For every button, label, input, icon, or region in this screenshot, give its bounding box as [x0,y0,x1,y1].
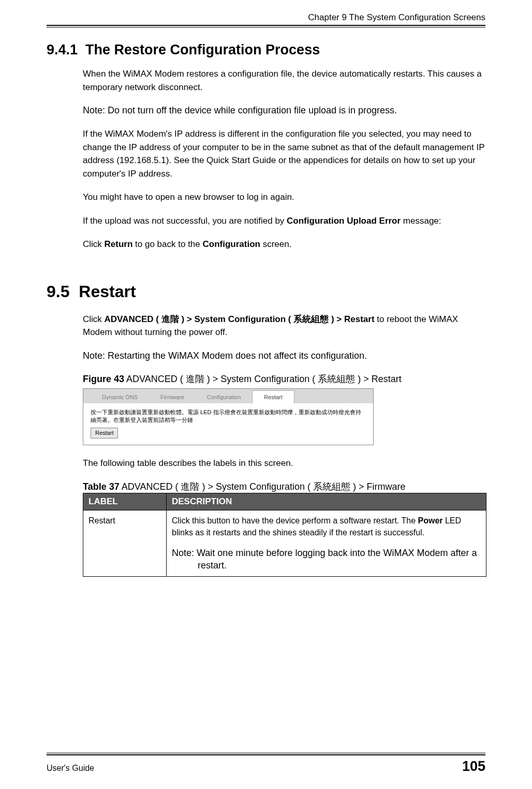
table-cell-label: Restart [83,510,167,576]
bold-text: Configuration Upload Error [287,216,401,226]
heading-9-5: 9.5 Restart [47,282,485,301]
note: Note: Restarting the WiMAX Modem does no… [83,349,485,362]
table-note: Note: Wait one minute before logging bac… [172,547,481,572]
footer-rule-thin [47,753,485,753]
table-caption: Table 37 ADVANCED ( 進階 ) > System Config… [83,480,485,493]
screenshot-text: 按一下重新啟動讓裝置重新啟動軟體。電源 LED 指示燈會在裝置重新啟動時閃爍，重… [91,408,366,425]
paragraph: If the upload was not successful, you ar… [83,214,485,228]
text: Click [83,239,105,249]
table-header-row: LABEL DESCRIPTION [83,493,486,510]
page-footer: User's Guide 105 [47,753,485,775]
heading-number: 9.5 [47,282,69,301]
paragraph: You might have to open a new browser to … [83,191,485,204]
footer-page-number: 105 [462,758,485,775]
tab-bar: Dynamic DNS Firmware Configuration Resta… [83,389,373,403]
bold-text: Configuration [203,239,260,249]
heading-number: 9.4.1 [47,42,78,57]
tab-restart[interactable]: Restart [252,390,294,404]
bold-text: Power [418,516,442,525]
table-header-description: DESCRIPTION [167,493,486,510]
footer-rule-thick [47,754,485,755]
bold-text: Return [105,239,133,249]
paragraph: Click Return to go back to the Configura… [83,238,485,251]
note: Note: Do not turn off the device while c… [83,104,485,117]
table-title: ADVANCED ( 進階 ) > System Configuration (… [120,481,406,492]
heading-title: The Restore Configuration Process [85,42,320,57]
header-rule-thick [47,25,485,26]
tab-dynamic-dns[interactable]: Dynamic DNS [91,391,149,403]
bold-text: ADVANCED ( 進階 ) > System Configuration (… [105,314,375,324]
tab-configuration[interactable]: Configuration [196,391,252,403]
text: Click this button to have the device per… [172,516,418,525]
tab-firmware[interactable]: Firmware [149,391,196,403]
heading-9-4-1: 9.4.1 The Restore Configuration Process [47,42,485,58]
screenshot-body: 按一下重新啟動讓裝置重新啟動軟體。電源 LED 指示燈會在裝置重新啟動時閃爍，重… [83,403,373,445]
figure-number: Figure 43 [83,374,124,384]
heading-title: Restart [79,282,136,301]
footer-guide-label: User's Guide [47,764,94,773]
text: screen. [260,239,291,249]
table-cell-description: Click this button to have the device per… [167,510,486,576]
text: Click [83,314,105,324]
paragraph: If the WiMAX Modem's IP address is diffe… [83,127,485,180]
running-header: Chapter 9 The System Configuration Scree… [47,12,485,23]
restart-button[interactable]: Restart [91,428,118,439]
header-rule-thin [47,27,485,27]
embedded-screenshot: Dynamic DNS Firmware Configuration Resta… [83,388,374,445]
table-number: Table 37 [83,481,120,492]
paragraph: When the WiMAX Modem restores a configur… [83,67,485,94]
table-row: Restart Click this button to have the de… [83,510,486,576]
table-header-label: LABEL [83,493,167,510]
figure-caption: Figure 43 ADVANCED ( 進階 ) > System Confi… [83,373,485,385]
figure-title: ADVANCED ( 進階 ) > System Configuration (… [124,374,402,384]
paragraph: The following table describes the labels… [83,457,485,470]
description-table: LABEL DESCRIPTION Restart Click this but… [83,493,486,577]
text: message: [401,216,441,226]
paragraph: Click ADVANCED ( 進階 ) > System Configura… [83,313,485,339]
text: If the upload was not successful, you ar… [83,216,287,226]
text: to go back to the [132,239,202,249]
